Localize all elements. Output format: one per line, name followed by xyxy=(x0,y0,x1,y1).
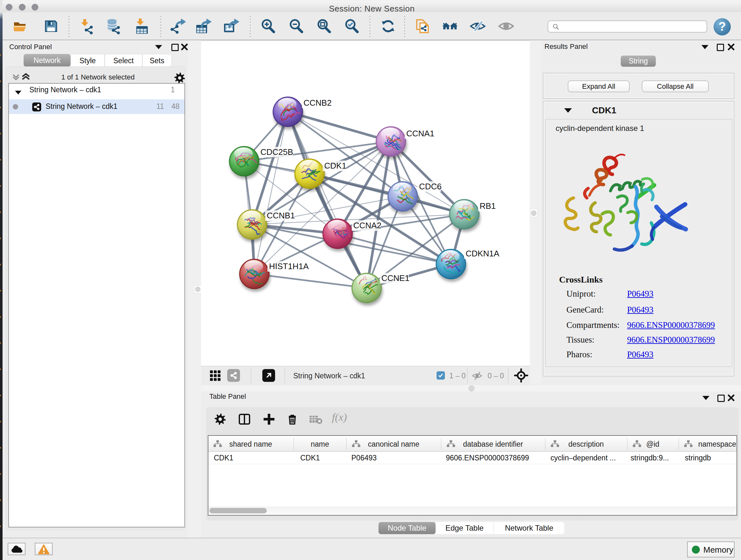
svg-text:CCNB1: CCNB1 xyxy=(267,211,295,220)
svg-text:RB1: RB1 xyxy=(480,201,496,211)
svg-text:CDK1: CDK1 xyxy=(324,161,346,171)
svg-text:CDC6: CDC6 xyxy=(419,182,442,191)
svg-text:CDKN1A: CDKN1A xyxy=(466,249,499,258)
svg-text:HIST1H1A: HIST1H1A xyxy=(269,261,309,271)
svg-text:CDC25B: CDC25B xyxy=(260,147,293,157)
svg-text:CCNE1: CCNE1 xyxy=(381,273,409,283)
svg-text:CCNB2: CCNB2 xyxy=(304,98,332,108)
svg-text:CCNA2: CCNA2 xyxy=(353,221,381,230)
svg-text:CCNA1: CCNA1 xyxy=(406,129,434,138)
